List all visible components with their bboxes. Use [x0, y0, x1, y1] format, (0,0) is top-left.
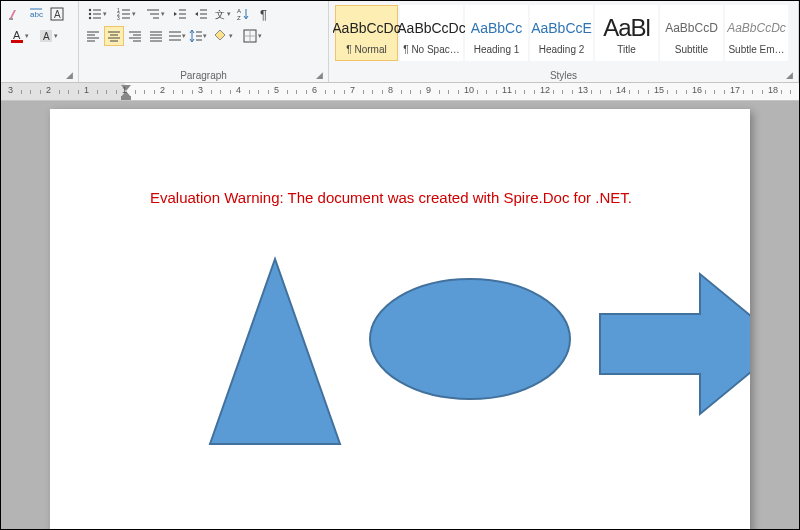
- ruler-number: 5: [274, 85, 279, 95]
- ruler-number: 12: [540, 85, 550, 95]
- multilevel-list-button[interactable]: [141, 4, 169, 24]
- svg-text:A: A: [54, 9, 61, 20]
- ruler-number: 7: [350, 85, 355, 95]
- style-name-label: ¶ No Spac…: [403, 44, 460, 55]
- borders-button[interactable]: [238, 26, 266, 46]
- svg-text:文: 文: [215, 9, 225, 20]
- svg-text:Z: Z: [237, 15, 241, 21]
- style-preview: AaBbCcDc: [333, 12, 401, 44]
- style-box-title[interactable]: AaBlTitle: [595, 5, 658, 61]
- svg-point-10: [88, 13, 90, 15]
- svg-text:A: A: [43, 31, 50, 42]
- paragraph-group-label: Paragraph: [79, 70, 328, 81]
- ruler-number: 3: [8, 85, 13, 95]
- shading-button[interactable]: [209, 26, 237, 46]
- horizontal-ruler[interactable]: 321123456789101112131415161718: [1, 83, 799, 101]
- svg-text:¶: ¶: [260, 7, 267, 21]
- ruler-number: 3: [198, 85, 203, 95]
- triangle-shape[interactable]: [210, 259, 340, 444]
- numbering-button[interactable]: 123: [112, 4, 140, 24]
- font-group: abc A A A ◢: [1, 1, 79, 82]
- distributed-button[interactable]: [167, 26, 187, 46]
- ruler-number: 11: [502, 85, 512, 95]
- ruler-number: 2: [160, 85, 165, 95]
- style-box-subtitle[interactable]: AaBbCcDSubtitle: [660, 5, 723, 61]
- style-preview: AaBl: [603, 12, 650, 44]
- ruler-number: 16: [692, 85, 702, 95]
- phonetic-guide-button[interactable]: abc: [26, 4, 46, 24]
- style-name-label: Heading 2: [539, 44, 585, 55]
- style-box-heading-2[interactable]: AaBbCcEHeading 2: [530, 5, 593, 61]
- shapes-container: [110, 239, 750, 461]
- increase-indent-button[interactable]: [191, 4, 211, 24]
- ruler-number: 6: [312, 85, 317, 95]
- svg-text:abc: abc: [30, 10, 43, 19]
- show-hide-marks-button[interactable]: ¶: [254, 4, 274, 24]
- ruler-number: 1: [84, 85, 89, 95]
- align-left-button[interactable]: [83, 26, 103, 46]
- ruler-number: 18: [768, 85, 778, 95]
- ruler-number: 17: [730, 85, 740, 95]
- style-preview: AaBbCcE: [531, 12, 592, 44]
- style-preview: AaBbCcDc: [397, 12, 465, 44]
- style-box--normal[interactable]: AaBbCcDc¶ Normal: [335, 5, 398, 61]
- font-color-button[interactable]: A: [5, 26, 33, 46]
- ellipse-shape[interactable]: [370, 279, 570, 399]
- paragraph-group: 123 文 AZ ¶ Paragraph ◢: [79, 1, 329, 82]
- styles-group-label: Styles: [329, 70, 798, 81]
- styles-group: AaBbCcDc¶ NormalAaBbCcDc¶ No Spac…AaBbCc…: [329, 1, 799, 82]
- ruler-number: 2: [46, 85, 51, 95]
- ruler-number: 14: [616, 85, 626, 95]
- ruler-number: 9: [426, 85, 431, 95]
- paragraph-dialog-launcher[interactable]: ◢: [316, 70, 326, 80]
- justify-button[interactable]: [146, 26, 166, 46]
- ruler-number: 8: [388, 85, 393, 95]
- character-shading-button[interactable]: A: [34, 26, 62, 46]
- style-name-label: Subtle Em…: [728, 44, 784, 55]
- left-indent-marker[interactable]: [121, 96, 131, 100]
- style-name-label: Title: [617, 44, 636, 55]
- ruler-number: 1: [122, 85, 127, 95]
- ruler-number: 15: [654, 85, 664, 95]
- style-preview: AaBbCcDc: [727, 12, 786, 44]
- svg-rect-5: [11, 40, 23, 43]
- style-box-subtle-em-[interactable]: AaBbCcDcSubtle Em…: [725, 5, 788, 61]
- styles-gallery[interactable]: AaBbCcDc¶ NormalAaBbCcDc¶ No Spac…AaBbCc…: [333, 3, 794, 63]
- ribbon: abc A A A ◢ 123 文 AZ ¶: [1, 1, 799, 83]
- bullets-button[interactable]: [83, 4, 111, 24]
- align-right-button[interactable]: [125, 26, 145, 46]
- svg-point-12: [88, 17, 90, 19]
- sort-button[interactable]: AZ: [233, 4, 253, 24]
- arrow-shape[interactable]: [600, 274, 750, 414]
- svg-text:A: A: [237, 8, 241, 14]
- document-page[interactable]: Evaluation Warning: The document was cre…: [50, 109, 750, 530]
- style-box--no-spac-[interactable]: AaBbCcDc¶ No Spac…: [400, 5, 463, 61]
- style-box-heading-1[interactable]: AaBbCcHeading 1: [465, 5, 528, 61]
- style-preview: AaBbCcD: [665, 12, 718, 44]
- font-dialog-launcher[interactable]: ◢: [66, 70, 76, 80]
- style-name-label: Heading 1: [474, 44, 520, 55]
- svg-text:3: 3: [117, 15, 120, 21]
- asian-layout-button[interactable]: 文: [212, 4, 232, 24]
- decrease-indent-button[interactable]: [170, 4, 190, 24]
- evaluation-warning-text: Evaluation Warning: The document was cre…: [150, 189, 632, 206]
- ruler-number: 10: [464, 85, 474, 95]
- clear-formatting-button[interactable]: [5, 4, 25, 24]
- character-border-button[interactable]: A: [47, 4, 67, 24]
- align-center-button[interactable]: [104, 26, 124, 46]
- svg-point-8: [88, 9, 90, 11]
- styles-dialog-launcher[interactable]: ◢: [786, 70, 796, 80]
- ruler-number: 13: [578, 85, 588, 95]
- document-workspace: Evaluation Warning: The document was cre…: [1, 101, 799, 530]
- style-name-label: ¶ Normal: [346, 44, 386, 55]
- line-spacing-button[interactable]: [188, 26, 208, 46]
- ruler-number: 4: [236, 85, 241, 95]
- svg-text:A: A: [13, 29, 21, 41]
- style-preview: AaBbCc: [471, 12, 522, 44]
- style-name-label: Subtitle: [675, 44, 708, 55]
